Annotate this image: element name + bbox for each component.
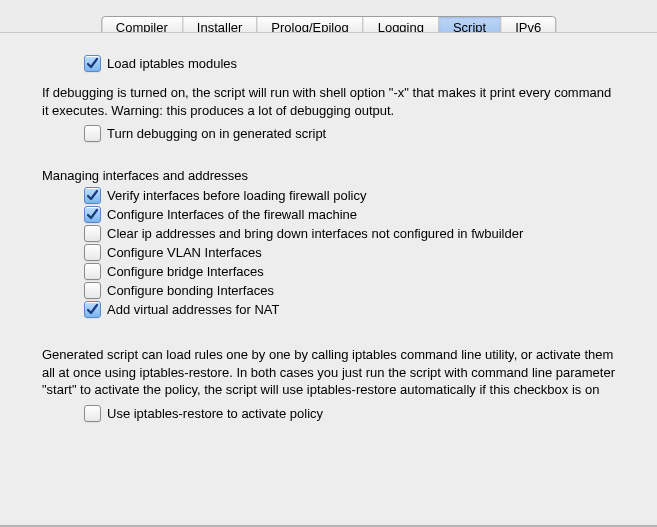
label-add-virtual-nat: Add virtual addresses for NAT bbox=[107, 301, 279, 318]
checkbox-use-iptables-restore[interactable] bbox=[84, 405, 101, 422]
row-turn-debugging: Turn debugging on in generated script bbox=[84, 125, 615, 142]
row-clear-ip: Clear ip addresses and bring down interf… bbox=[84, 225, 615, 242]
checkbox-add-virtual-nat[interactable] bbox=[84, 301, 101, 318]
checkbox-configure-vlan[interactable] bbox=[84, 244, 101, 261]
label-configure-bridge: Configure bridge Interfaces bbox=[107, 263, 264, 280]
label-load-iptables: Load iptables modules bbox=[107, 55, 237, 72]
row-add-virtual-nat: Add virtual addresses for NAT bbox=[84, 301, 615, 318]
row-configure-vlan: Configure VLAN Interfaces bbox=[84, 244, 615, 261]
settings-panel: Compiler Installer Prolog/Epilog Logging… bbox=[0, 0, 657, 527]
checkbox-configure-interfaces[interactable] bbox=[84, 206, 101, 223]
label-configure-bonding: Configure bonding Interfaces bbox=[107, 282, 274, 299]
checkbox-configure-bonding[interactable] bbox=[84, 282, 101, 299]
row-use-iptables-restore: Use iptables-restore to activate policy bbox=[84, 405, 615, 422]
label-turn-debugging: Turn debugging on in generated script bbox=[107, 125, 326, 142]
row-configure-interfaces: Configure Interfaces of the firewall mac… bbox=[84, 206, 615, 223]
row-verify-interfaces: Verify interfaces before loading firewal… bbox=[84, 187, 615, 204]
row-configure-bonding: Configure bonding Interfaces bbox=[84, 282, 615, 299]
row-load-iptables: Load iptables modules bbox=[84, 55, 615, 72]
label-clear-ip: Clear ip addresses and bring down interf… bbox=[107, 225, 523, 242]
checkbox-turn-debugging[interactable] bbox=[84, 125, 101, 142]
checkbox-configure-bridge[interactable] bbox=[84, 263, 101, 280]
row-configure-bridge: Configure bridge Interfaces bbox=[84, 263, 615, 280]
label-configure-vlan: Configure VLAN Interfaces bbox=[107, 244, 262, 261]
checkbox-load-iptables[interactable] bbox=[84, 55, 101, 72]
label-configure-interfaces: Configure Interfaces of the firewall mac… bbox=[107, 206, 357, 223]
restore-description: Generated script can load rules one by o… bbox=[42, 346, 615, 399]
label-verify-interfaces: Verify interfaces before loading firewal… bbox=[107, 187, 366, 204]
script-panel: Load iptables modules If debugging is tu… bbox=[0, 32, 657, 527]
checkbox-verify-interfaces[interactable] bbox=[84, 187, 101, 204]
checkbox-clear-ip[interactable] bbox=[84, 225, 101, 242]
debug-description: If debugging is turned on, the script wi… bbox=[42, 84, 615, 119]
heading-interfaces: Managing interfaces and addresses bbox=[42, 168, 615, 183]
label-use-iptables-restore: Use iptables-restore to activate policy bbox=[107, 405, 323, 422]
